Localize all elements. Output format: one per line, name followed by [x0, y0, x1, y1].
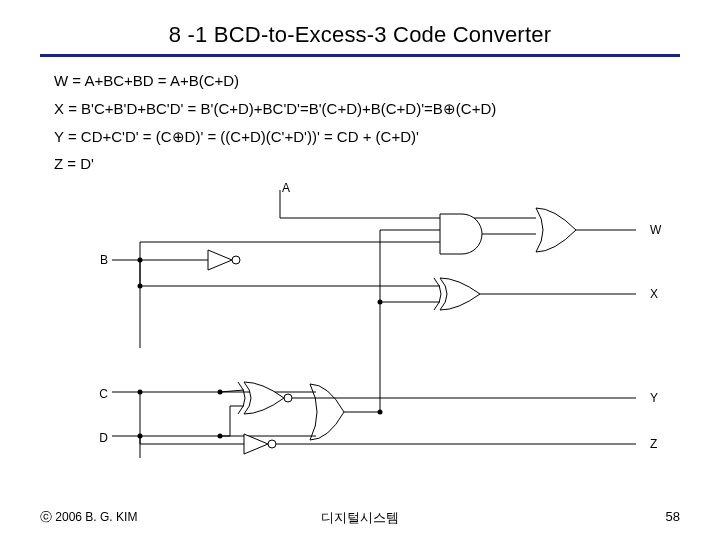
- not-gate-b: [208, 250, 240, 270]
- svg-point-26: [378, 300, 383, 305]
- or-gate-w: [536, 208, 576, 252]
- eq-x: X = B'C+B'D+BC'D' = B'(C+D)+BC'D'=B'(C+D…: [54, 95, 680, 123]
- eq-y: Y = CD+C'D' = (C⊕D)' = ((C+D)(C'+D'))' =…: [54, 123, 680, 151]
- xor-gate-x: [434, 278, 480, 310]
- label-input-a: A: [282, 182, 290, 195]
- label-output-z: Z: [650, 437, 657, 451]
- label-input-d: D: [99, 431, 108, 445]
- label-input-b: B: [100, 253, 108, 267]
- svg-point-31: [284, 394, 292, 402]
- svg-marker-5: [208, 250, 232, 270]
- and-gate-b-cd: [440, 214, 482, 254]
- svg-point-9: [138, 390, 143, 395]
- svg-point-6: [232, 256, 240, 264]
- eq-z: Z = D': [54, 150, 680, 178]
- footer: ⓒ 2006 B. G. KIM 디지털시스템 58: [0, 509, 720, 526]
- xnor-gate-y: [238, 382, 292, 414]
- footer-center: 디지털시스템: [0, 509, 720, 527]
- label-output-w: W: [650, 223, 662, 237]
- circuit-diagram: A B C D: [60, 182, 700, 482]
- svg-point-36: [218, 390, 223, 395]
- equations-block: W = A+BC+BD = A+B(C+D) X = B'C+B'D+BC'D'…: [54, 67, 680, 178]
- slide-title: 8 -1 BCD-to-Excess-3 Code Converter: [40, 22, 680, 57]
- eq-w: W = A+BC+BD = A+B(C+D): [54, 67, 680, 95]
- label-output-x: X: [650, 287, 658, 301]
- circuit-svg: A B C D: [60, 182, 700, 482]
- title-underline: [40, 54, 680, 57]
- label-input-c: C: [99, 387, 108, 401]
- not-gate-d: [244, 434, 276, 454]
- slide-title-text: 8 -1 BCD-to-Excess-3 Code Converter: [169, 22, 551, 47]
- svg-point-37: [218, 434, 223, 439]
- svg-marker-39: [244, 434, 268, 454]
- svg-point-40: [268, 440, 276, 448]
- label-output-y: Y: [650, 391, 658, 405]
